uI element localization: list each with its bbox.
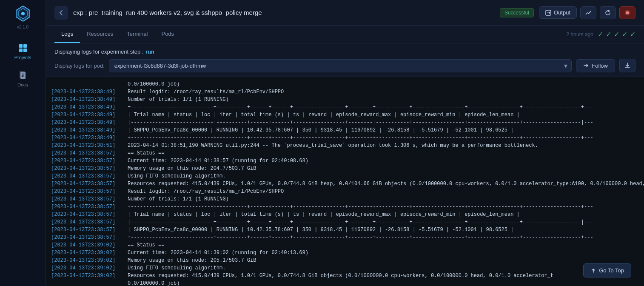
svg-rect-5	[19, 49, 23, 52]
log-timestamp: [2023-04-13T23:38:57]	[51, 195, 128, 203]
log-text: | SHPPO_PcbEnv_fca8c_00000 | RUNNING | 1…	[128, 226, 513, 234]
follow-button[interactable]: Follow	[576, 59, 615, 72]
arrow-up-icon	[590, 268, 596, 274]
tab-resources[interactable]: Resources	[80, 26, 120, 43]
log-line: [2023-04-13T23:38:57] |-----------------…	[46, 218, 644, 226]
sidebar-item-projects-label: Projects	[14, 55, 31, 60]
log-timestamp: [2023-04-13T23:38:57]	[51, 226, 128, 234]
log-line: [2023-04-13T23:38:57] Resources requeste…	[46, 180, 644, 188]
log-line: [2023-04-13T23:38:57] | SHPPO_PcbEnv_fca…	[46, 226, 644, 234]
log-text: Resources requested: 415.0/439 CPUs, 1.0…	[128, 180, 644, 188]
log-line: [2023-04-13T23:38:57] +-----------------…	[46, 234, 644, 241]
back-arrow-icon	[58, 9, 65, 16]
log-line: [2023-04-13T23:38:49] +-----------------…	[46, 134, 644, 142]
log-timestamp: [2023-04-13T23:38:49]	[51, 103, 128, 111]
pod-select[interactable]: experiment-l3c8d887-3d3f-job-dfhmw	[109, 59, 572, 72]
output-button[interactable]: Output	[539, 6, 577, 19]
log-line: 0.0/100000.0 job)	[46, 280, 644, 286]
log-text: Using FIFO scheduling algorithm.	[128, 264, 225, 272]
log-timestamp: [2023-04-13T23:38:57]	[51, 172, 128, 180]
log-line: [2023-04-13T23:38:51] 2023-04-14 01:38:5…	[46, 142, 644, 149]
status-checks: ✓ ✓ ✓ ✓ ✓	[598, 30, 635, 38]
doc-icon	[18, 70, 28, 80]
goto-top-button[interactable]: Go To Top	[583, 263, 631, 277]
log-line: [2023-04-13T23:38:57] Current time: 2023…	[46, 157, 644, 165]
log-text: Number of trials: 1/1 (1 RUNNING)	[128, 96, 229, 103]
log-timestamp: [2023-04-13T23:39:02]	[51, 272, 128, 280]
log-text: | Trial name | status | loc | iter | tot…	[128, 211, 520, 218]
log-text: Number of trials: 1/1 (1 RUNNING)	[128, 195, 229, 203]
log-line: [2023-04-13T23:38:49] +-----------------…	[46, 103, 644, 111]
log-line: 0.0/100000.0 job)	[46, 80, 644, 88]
log-timestamp: [2023-04-13T23:39:02]	[51, 241, 128, 249]
log-text: == Status ==	[128, 241, 164, 249]
tabs-bar: Logs Resources Terminal Pods 2 hours ago…	[46, 26, 644, 43]
version-label: v2.1.0	[17, 25, 28, 29]
svg-rect-10	[22, 75, 24, 76]
log-text: +---------------------------+----------+…	[128, 234, 593, 241]
log-timestamp: [2023-04-13T23:38:49]	[51, 96, 128, 103]
follow-label: Follow	[592, 63, 608, 69]
svg-rect-3	[19, 44, 23, 48]
log-controls: Displaying logs for experiment step : ru…	[46, 43, 644, 77]
refresh-icon	[604, 9, 611, 16]
tab-pods[interactable]: Pods	[154, 26, 181, 43]
log-line: [2023-04-13T23:38:57] == Status ==	[46, 149, 644, 157]
log-timestamp: [2023-04-13T23:38:57]	[51, 218, 128, 226]
log-text: Using FIFO scheduling algorithm.	[128, 172, 225, 180]
experiment-title: exp : pre_training_run 400 workers v2, s…	[73, 9, 495, 16]
log-text: +---------------------------+----------+…	[128, 134, 593, 142]
log-timestamp: [2023-04-13T23:38:57]	[51, 211, 128, 218]
pod-row: Display logs for pod: experiment-l3c8d88…	[54, 59, 635, 72]
topbar: exp : pre_training_run 400 workers v2, s…	[46, 0, 644, 26]
log-text: |---------------------------+----------+…	[128, 119, 593, 126]
tab-logs[interactable]: Logs	[54, 26, 80, 43]
back-button[interactable]	[54, 6, 68, 20]
log-line: [2023-04-13T23:38:57] | Trial name | sta…	[46, 211, 644, 218]
log-text: Result logdir: /root/ray_results/ma_rl/P…	[128, 188, 284, 195]
refresh-button[interactable]	[600, 6, 616, 19]
log-line: [2023-04-13T23:38:49] | Trial name | sta…	[46, 111, 644, 119]
grid-icon	[18, 43, 28, 53]
log-timestamp: [2023-04-13T23:39:02]	[51, 264, 128, 272]
log-text: | Trial name | status | loc | iter | tot…	[128, 111, 520, 119]
log-line: [2023-04-13T23:39:02] Using FIFO schedul…	[46, 264, 644, 272]
log-line: [2023-04-13T23:38:49] |-----------------…	[46, 119, 644, 126]
svg-rect-14	[626, 11, 629, 14]
log-content[interactable]: 0.0/100000.0 job)[2023-04-13T23:38:49] R…	[46, 77, 644, 286]
log-line: [2023-04-13T23:38:57] Result logdir: /ro…	[46, 188, 644, 195]
stop-icon	[624, 9, 631, 16]
main-panel: exp : pre_training_run 400 workers v2, s…	[46, 0, 644, 286]
log-timestamp: [2023-04-13T23:38:49]	[51, 119, 128, 126]
check-icon-5: ✓	[630, 30, 635, 38]
log-timestamp: [2023-04-13T23:38:51]	[51, 142, 128, 149]
log-timestamp: [2023-04-13T23:38:49]	[51, 126, 128, 134]
log-line: [2023-04-13T23:38:57] Memory usage on th…	[46, 165, 644, 172]
log-text: Result logdir: /root/ray_results/ma_rl/P…	[128, 88, 284, 96]
log-timestamp: [2023-04-13T23:38:49]	[51, 134, 128, 142]
output-icon	[545, 10, 551, 16]
log-text: Current time: 2023-04-14 01:38:57 (runni…	[128, 157, 308, 165]
pod-select-wrapper: experiment-l3c8d887-3d3f-job-dfhmw ▾	[109, 59, 572, 72]
log-text: Memory usage on this node: 204.7/503.7 G…	[128, 165, 256, 172]
sidebar-item-projects[interactable]: Projects	[0, 38, 46, 65]
log-text: +---------------------------+----------+…	[128, 103, 593, 111]
download-button[interactable]	[619, 59, 635, 72]
chart-button[interactable]	[580, 6, 596, 19]
svg-rect-11	[22, 76, 23, 77]
download-icon	[624, 62, 631, 69]
log-timestamp: [2023-04-13T23:38:57]	[51, 188, 128, 195]
log-text: 0.0/100000.0 job)	[51, 80, 180, 88]
log-timestamp: [2023-04-13T23:38:57]	[51, 149, 128, 157]
step-prefix: Displaying logs for experiment step :	[54, 49, 144, 55]
log-text: Resources requested: 415.0/439 CPUs, 1.0…	[128, 272, 553, 280]
check-icon-3: ✓	[614, 30, 619, 38]
log-text: Memory usage on this node: 205.1/503.7 G…	[128, 257, 256, 264]
tab-terminal[interactable]: Terminal	[120, 26, 154, 43]
chart-icon	[585, 9, 592, 16]
svg-point-2	[21, 12, 25, 15]
sidebar-item-docs[interactable]: Docs	[0, 65, 46, 92]
check-icon-2: ✓	[606, 30, 611, 38]
stop-button[interactable]	[619, 6, 635, 19]
log-line: [2023-04-13T23:38:49] Number of trials: …	[46, 96, 644, 103]
